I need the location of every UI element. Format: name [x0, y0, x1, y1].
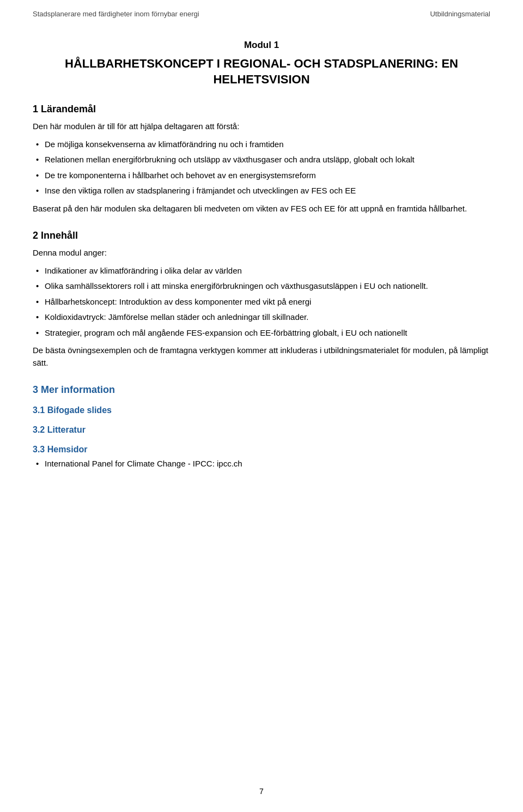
section2-intro: Denna modul anger: [33, 247, 490, 259]
section1-heading: 1 Lärandemål [33, 104, 490, 115]
section2-bullets: Indikationer av klimatförändring i olika… [33, 265, 490, 340]
section1-intro: Den här modulen är till för att hjälpa d… [33, 120, 490, 133]
section3-sub3: 3.3 Hemsidor [33, 445, 490, 455]
list-item: Hållbarhetskoncept: Introduktion av dess… [33, 296, 490, 308]
section2-heading: 2 Innehåll [33, 230, 490, 241]
list-item: International Panel for Climate Change -… [33, 458, 490, 470]
header: Stadsplanerare med färdigheter inom förn… [33, 0, 490, 23]
header-right-text: Utbildningsmaterial [430, 10, 490, 18]
page: Stadsplanerare med färdigheter inom förn… [0, 0, 523, 812]
list-item: Strategier, program och mål angående FES… [33, 327, 490, 340]
section3-sub2: 3.2 Litteratur [33, 425, 490, 435]
section1-closing: Baserat på den här modulen ska deltagare… [33, 203, 490, 215]
module-label: Modul 1 [33, 40, 490, 51]
list-item: Koldioxidavtryck: Jämförelse mellan städ… [33, 311, 490, 324]
section3-sub1: 3.1 Bifogade slides [33, 405, 490, 415]
header-left-text: Stadsplanerare med färdigheter inom förn… [33, 10, 199, 18]
list-item: Olika samhällssektorers roll i att minsk… [33, 280, 490, 293]
list-item: Indikationer av klimatförändring i olika… [33, 265, 490, 277]
section1-bullets: De möjliga konsekvenserna av klimatförän… [33, 138, 490, 197]
main-content: Modul 1 HÅLLBARHETSKONCEPT I REGIONAL- O… [33, 23, 490, 470]
main-title: HÅLLBARHETSKONCEPT I REGIONAL- OCH STADS… [33, 56, 490, 87]
section3-heading: 3 Mer information [33, 384, 490, 396]
list-item: Inse den viktiga rollen av stadsplanerin… [33, 185, 490, 197]
section3-bullets: International Panel for Climate Change -… [33, 458, 490, 470]
list-item: Relationen mellan energiförbrukning och … [33, 154, 490, 166]
section2-closing: De bästa övningsexemplen och de framtagn… [33, 344, 490, 369]
list-item: De tre komponenterna i hållbarhet och be… [33, 169, 490, 182]
list-item: De möjliga konsekvenserna av klimatförän… [33, 138, 490, 151]
page-number: 7 [0, 776, 523, 801]
